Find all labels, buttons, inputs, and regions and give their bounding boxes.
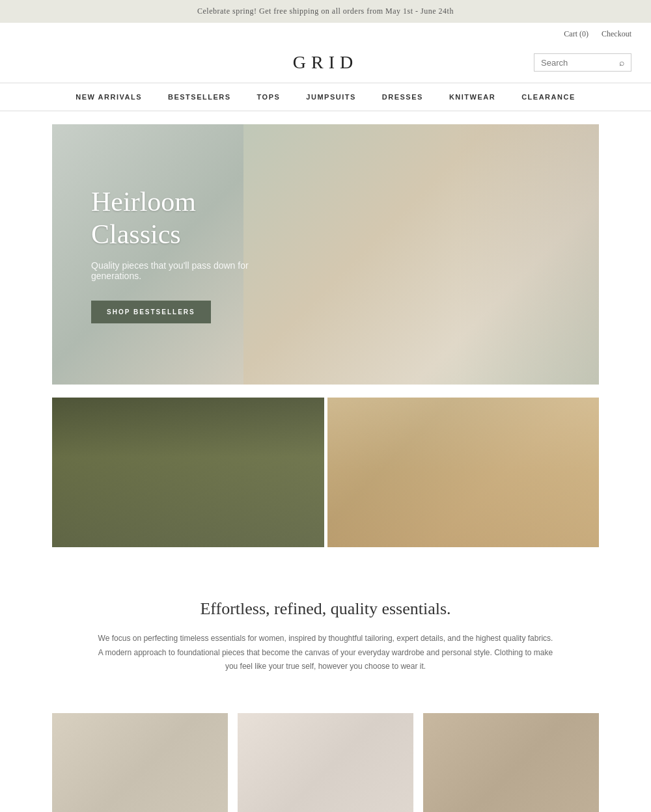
hero-cta-button[interactable]: SHOP BESTSELLERS bbox=[91, 301, 211, 323]
brand-headline: Effortless, refined, quality essentials. bbox=[78, 599, 573, 619]
logo: GRID bbox=[293, 52, 358, 73]
utility-bar: Cart (0) Checkout bbox=[0, 23, 651, 46]
two-col-image-right bbox=[327, 398, 600, 547]
nav-item-bestsellers[interactable]: BESTSELLERS bbox=[168, 93, 231, 101]
hero-content: Heirloom Classics Quality pieces that yo… bbox=[52, 146, 326, 363]
hero-title: Heirloom Classics bbox=[91, 185, 286, 251]
announcement-text: Celebrate spring! Get free shipping on a… bbox=[197, 7, 454, 16]
two-col-image-left bbox=[52, 398, 324, 547]
checkout-link[interactable]: Checkout bbox=[602, 29, 631, 39]
search-button[interactable]: ⌕ bbox=[619, 57, 624, 68]
nav-item-clearance[interactable]: CLEARANCE bbox=[521, 93, 575, 101]
main-nav: NEW ARRIVALS BESTSELLERS TOPS JUMPSUITS … bbox=[0, 83, 651, 111]
product-item-3[interactable] bbox=[423, 713, 599, 812]
cart-link[interactable]: Cart (0) bbox=[564, 29, 589, 39]
product-item-2[interactable] bbox=[238, 713, 413, 812]
search-input[interactable] bbox=[541, 58, 619, 68]
two-col-images bbox=[52, 398, 599, 547]
nav-item-jumpsuits[interactable]: JUMPSUITS bbox=[306, 93, 355, 101]
product-grid bbox=[52, 713, 599, 812]
announcement-bar: Celebrate spring! Get free shipping on a… bbox=[0, 0, 651, 23]
brand-description: We focus on perfecting timeless essentia… bbox=[98, 632, 553, 674]
hero-section: Heirloom Classics Quality pieces that yo… bbox=[52, 124, 599, 385]
hero-subtitle: Quality pieces that you'll pass down for… bbox=[91, 260, 286, 281]
brand-statement-section: Effortless, refined, quality essentials.… bbox=[0, 560, 651, 700]
nav-item-knitwear[interactable]: KNITWEAR bbox=[449, 93, 495, 101]
nav-item-dresses[interactable]: DRESSES bbox=[382, 93, 423, 101]
product-item-1[interactable] bbox=[52, 713, 228, 812]
nav-item-tops[interactable]: TOPS bbox=[257, 93, 281, 101]
header: GRID ⌕ bbox=[0, 46, 651, 83]
nav-item-new-arrivals[interactable]: NEW ARRIVALS bbox=[76, 93, 142, 101]
search-container: ⌕ bbox=[534, 53, 631, 72]
